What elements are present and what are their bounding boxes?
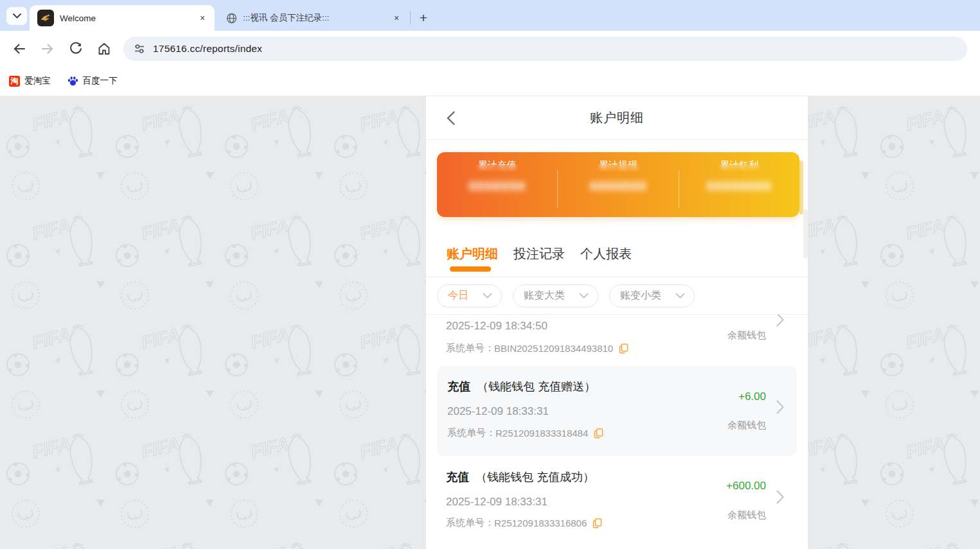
browser-toolbar: 175616.cc/reports/index — [0, 31, 980, 66]
taobao-icon: 淘 — [9, 76, 20, 87]
filter-major-type-dropdown[interactable]: 账变大类 — [513, 284, 598, 308]
stat-total-bonus: 累计红利 累计红利 88888888 — [679, 159, 799, 217]
chevron-right-icon — [776, 400, 784, 414]
bookmark-label: 百度一下 — [83, 75, 118, 87]
record-chevron[interactable] — [776, 315, 784, 327]
bookmark-aitaobao[interactable]: 淘 爱淘宝 — [9, 75, 51, 87]
home-icon — [97, 42, 111, 56]
record-wallet: 余额钱包 — [727, 419, 766, 431]
copy-button[interactable] — [594, 428, 603, 439]
tab-divider — [410, 12, 411, 24]
order-number: R2512091833316806 — [494, 518, 587, 528]
tab-title: Welcome — [60, 13, 197, 23]
page-title: 账户明细 — [590, 109, 644, 126]
site-favicon-icon — [37, 10, 54, 26]
tab-search-button[interactable] — [6, 7, 27, 25]
tab-bet-records[interactable]: 投注记录 — [513, 245, 565, 263]
browser-tab-strip: Welcome × :::视讯 会员下注纪录::: × + — [0, 0, 980, 31]
url-text: 175616.cc/reports/index — [153, 43, 262, 55]
tab-title: :::视讯 会员下注纪录::: — [243, 12, 391, 24]
order-label: 系统单号： — [446, 517, 494, 529]
filter-minor-type-dropdown[interactable]: 账变小类 — [609, 284, 695, 308]
chevron-right-icon — [776, 315, 784, 327]
filter-label: 今日 — [448, 289, 468, 302]
chevron-down-icon — [483, 293, 492, 299]
summary-card-zone: 累计充值 累计充值 8888888 累计提现 累计提现 8888888 — [426, 140, 808, 231]
page-content: FIFA — [0, 96, 980, 549]
order-number: R2512091833318484 — [495, 428, 588, 439]
tab-close-icon[interactable]: × — [391, 12, 402, 24]
tab-welcome[interactable]: Welcome × — [30, 5, 215, 31]
reload-button[interactable] — [64, 37, 88, 61]
transaction-row[interactable]: 充值（钱能钱包 充值成功）2025-12-09 18:33:31系统单号：R25… — [426, 456, 808, 546]
site-info-icon[interactable] — [134, 43, 145, 55]
record-chevron[interactable] — [776, 400, 784, 414]
back-arrow-icon — [12, 42, 26, 56]
order-label: 系统单号： — [446, 342, 494, 354]
record-amount: +6.00 — [738, 390, 766, 403]
copy-icon[interactable] — [592, 518, 602, 528]
stat-total-withdraw: 累计提现 累计提现 8888888 — [558, 159, 678, 217]
tab-close-icon[interactable]: × — [197, 12, 208, 24]
record-amount: +600.00 — [726, 480, 766, 492]
transaction-row[interactable]: 充值（钱能钱包 充值赠送）2025-12-09 18:33:31系统单号：R25… — [437, 366, 797, 456]
chevron-down-icon — [13, 13, 21, 19]
bookmarks-bar: 淘 爱淘宝 百度一下 — [0, 66, 980, 96]
chevron-right-icon — [776, 490, 784, 504]
stat-value-obscured: 8888888 — [437, 179, 557, 194]
address-bar[interactable]: 175616.cc/reports/index — [123, 37, 967, 61]
new-tab-button[interactable]: + — [414, 9, 432, 27]
tab-betting-records[interactable]: :::视讯 会员下注纪录::: × — [218, 5, 409, 31]
panel-header: 账户明细 — [426, 96, 808, 140]
copy-button[interactable] — [592, 518, 602, 528]
order-label: 系统单号： — [447, 427, 495, 439]
filter-label: 账变小类 — [620, 289, 661, 302]
home-button[interactable] — [92, 37, 116, 61]
chevron-down-icon — [579, 293, 589, 299]
bookmark-baidu[interactable]: 百度一下 — [67, 75, 118, 87]
stat-value-obscured: 8888888 — [558, 179, 678, 194]
back-chevron-button[interactable] — [447, 110, 462, 126]
chevron-down-icon — [675, 293, 685, 299]
tab-personal-report[interactable]: 个人报表 — [580, 245, 632, 263]
forward-button[interactable] — [35, 37, 60, 61]
back-button[interactable] — [7, 37, 31, 61]
filter-bar: 今日 账变大类 账变小类 — [426, 277, 808, 315]
stat-value-obscured: 88888888 — [679, 179, 799, 194]
record-wallet: 余额钱包 — [727, 329, 766, 342]
report-tabs: 账户明细 投注记录 个人报表 — [426, 231, 808, 277]
record-datetime: 2025-12-09 18:33:31 — [446, 496, 788, 509]
baidu-paw-icon — [67, 76, 78, 87]
record-datetime: 2025-12-09 18:33:31 — [447, 405, 787, 418]
globe-icon — [226, 13, 237, 24]
copy-icon[interactable] — [594, 428, 603, 439]
record-wallet: 余额钱包 — [727, 509, 766, 521]
record-title: 充值（钱能钱包 充值赠送） — [447, 379, 787, 394]
chevron-left-icon — [447, 111, 455, 125]
carousel-card-peek — [799, 161, 803, 214]
copy-button[interactable] — [619, 344, 628, 354]
copy-icon[interactable] — [619, 344, 628, 354]
forward-arrow-icon — [40, 42, 55, 56]
stat-total-deposit: 累计充值 累计充值 8888888 — [437, 159, 557, 217]
record-order-row: 系统单号：BBIN202512091834493810 — [446, 342, 788, 354]
filter-date-dropdown[interactable]: 今日 — [437, 284, 502, 308]
reload-icon — [69, 42, 83, 56]
account-detail-panel: 账户明细 累计充值 累计充值 8888888 累计提现 累计提现 — [426, 96, 808, 549]
transaction-list: 2025-12-09 18:34:50系统单号：BBIN202512091834… — [426, 315, 808, 549]
filter-label: 账变大类 — [524, 289, 565, 302]
summary-stats-card[interactable]: 累计充值 累计充值 8888888 累计提现 累计提现 8888888 — [437, 152, 799, 217]
bookmark-label: 爱淘宝 — [24, 75, 51, 87]
order-number: BBIN202512091834493810 — [494, 343, 613, 354]
record-chevron[interactable] — [776, 490, 784, 504]
active-tab-underline — [450, 266, 491, 272]
transaction-row[interactable]: 2025-12-09 18:34:50系统单号：BBIN202512091834… — [426, 315, 808, 360]
tab-account-detail[interactable]: 账户明细 — [447, 245, 498, 263]
